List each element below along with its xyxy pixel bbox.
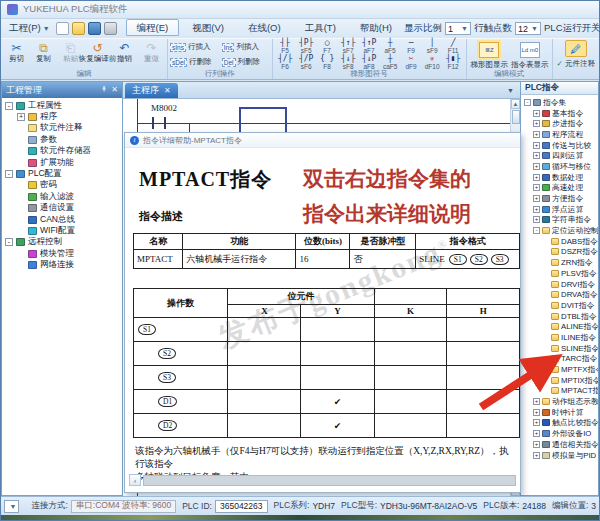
tree-item[interactable]: CAN总线 xyxy=(2,214,122,225)
ribbon-tab[interactable]: 工具(T) xyxy=(294,19,347,36)
tree-item[interactable]: TARC指令 xyxy=(521,354,598,365)
tree-item[interactable]: +程序 xyxy=(2,111,122,122)
expand-icon[interactable]: + xyxy=(533,174,540,181)
tree-item[interactable]: +浮点运算 xyxy=(521,204,598,215)
expand-icon[interactable]: + xyxy=(533,409,540,416)
element-comment-toggle[interactable]: 🖉 ✓ 元件注释 xyxy=(553,39,599,79)
expand-icon[interactable]: + xyxy=(533,163,540,170)
expand-icon[interactable]: + xyxy=(533,452,540,459)
tree-item[interactable]: 模块管理 xyxy=(2,248,122,259)
tree-item[interactable]: +步进指令 xyxy=(521,118,598,129)
expand-icon[interactable]: + xyxy=(17,113,25,121)
expand-icon[interactable]: + xyxy=(533,206,540,213)
expand-icon[interactable]: + xyxy=(533,441,540,448)
tree-item[interactable]: 通信设置 xyxy=(2,203,122,214)
tree-item[interactable]: 软元件存储器 xyxy=(2,146,122,157)
ladder-symbol-button[interactable]: ┤↑PaF7 xyxy=(359,39,380,55)
tree-item[interactable]: +基本指令 xyxy=(521,108,598,119)
tree-item[interactable]: +传送与比较 xyxy=(521,140,598,151)
chevron-down-icon[interactable]: ▼ xyxy=(507,87,514,94)
expand-icon[interactable]: + xyxy=(533,195,540,202)
rowcol-button[interactable]: Ins列插入 xyxy=(222,40,270,55)
scroll-thumb[interactable] xyxy=(512,110,520,124)
copy-button[interactable]: ⧉复制 xyxy=(30,40,57,63)
expand-icon[interactable]: + xyxy=(533,216,540,223)
menu-project[interactable]: 工程(P)▼ xyxy=(5,21,54,36)
collapse-icon[interactable]: - xyxy=(524,99,531,106)
rowcol-button[interactable]: sDel行删除 xyxy=(170,55,218,70)
ribbon-tab[interactable]: 编程(E) xyxy=(126,19,180,36)
pin-icon[interactable]: 🖈 xyxy=(100,86,108,94)
expand-icon[interactable]: + xyxy=(533,110,540,117)
dialog-title-bar[interactable]: i 指令详细帮助-MPTACT指令 xyxy=(125,133,520,148)
open-file-icon[interactable] xyxy=(72,22,85,35)
tree-item[interactable]: WIFI配置 xyxy=(2,225,122,236)
tree-item[interactable]: ILINE指令 xyxy=(521,332,598,343)
expand-icon[interactable]: + xyxy=(533,419,540,426)
tree-item[interactable]: 扩展功能 xyxy=(2,157,122,168)
expand-icon[interactable]: + xyxy=(533,398,540,405)
tree-item[interactable]: +时钟计算 xyxy=(521,407,598,418)
tree-item[interactable]: 网络连接 xyxy=(2,259,122,270)
scroll-up-icon[interactable]: ▲ xyxy=(511,99,520,109)
tree-item[interactable]: +循环与移位 xyxy=(521,161,598,172)
tree-item[interactable]: +触点比较指令 xyxy=(521,418,598,429)
tree-item[interactable]: 输入滤波 xyxy=(2,191,122,202)
ribbon-tab[interactable]: 帮助(H) xyxy=(349,19,403,36)
print-icon[interactable] xyxy=(104,22,117,35)
plc-run-switch[interactable]: PLC运行开关 xyxy=(544,22,600,35)
collapse-icon[interactable]: - xyxy=(5,170,13,178)
tree-item[interactable]: +字符串指令 xyxy=(521,215,598,226)
tree-item[interactable]: MPTACT指令 xyxy=(521,386,598,397)
tree-item[interactable]: PLSV指令 xyxy=(521,268,598,279)
horizontal-scrollbar[interactable]: ‹ xyxy=(129,474,516,486)
collapse-icon[interactable]: - xyxy=(533,227,540,234)
save-file-icon[interactable] xyxy=(88,22,101,35)
tree-item[interactable]: +程序流程 xyxy=(521,129,598,140)
rowcol-button[interactable]: Del列删除 xyxy=(222,55,270,70)
tree-item[interactable]: +通信相关指令 xyxy=(521,439,598,450)
paste-button[interactable]: ⎗粘贴 xyxy=(57,40,84,63)
expand-icon[interactable]: + xyxy=(533,131,540,138)
tree-item[interactable]: +高速处理 xyxy=(521,183,598,194)
tree-item[interactable]: DABS指令 xyxy=(521,236,598,247)
tree-item[interactable]: 参数 xyxy=(2,134,122,145)
tree-item[interactable]: +动作组态示教 xyxy=(521,396,598,407)
ladder-symbol-button[interactable]: ╱F11 xyxy=(443,39,464,55)
tree-item[interactable]: 密码 xyxy=(2,180,122,191)
tree-item[interactable]: DVIT指令 xyxy=(521,300,598,311)
redo-button[interactable]: ↷重做 xyxy=(138,40,165,63)
tree-item[interactable]: MPTIX指令 xyxy=(521,375,598,386)
tree-item[interactable]: ALINE指令 xyxy=(521,321,598,332)
contact-count-combo[interactable]: 12▼ xyxy=(515,22,541,35)
tree-item[interactable]: +模拟量与PID xyxy=(521,450,598,461)
expand-icon[interactable]: + xyxy=(533,152,540,159)
ladder-view-button[interactable]: ≣Z 梯形图显示 xyxy=(471,41,509,70)
tree-item[interactable]: -工程属性 xyxy=(2,100,122,111)
new-file-icon[interactable] xyxy=(56,22,69,35)
tree-item[interactable]: ZRN指令 xyxy=(521,257,598,268)
expand-icon[interactable]: + xyxy=(533,184,540,191)
expand-icon[interactable]: + xyxy=(533,120,540,127)
tree-item[interactable]: +外部设备IO xyxy=(521,428,598,439)
scroll-track[interactable] xyxy=(143,475,516,486)
tree-item[interactable]: -远程控制 xyxy=(2,237,122,248)
collapse-icon[interactable]: - xyxy=(5,102,13,110)
ribbon-tab[interactable]: 视图(V) xyxy=(181,19,235,36)
status-combo[interactable]: ▼ xyxy=(4,500,19,513)
ladder-symbol-button[interactable]: ┼aF5 xyxy=(380,39,401,55)
ladder-symbol-button[interactable]: ─F9 xyxy=(401,39,422,55)
expand-icon[interactable]: + xyxy=(533,142,540,149)
ladder-symbol-button[interactable]: ┤↑├sF7 xyxy=(338,39,359,55)
rowcol-button[interactable]: sIns行插入 xyxy=(170,40,218,55)
expand-icon[interactable]: + xyxy=(533,430,540,437)
tree-item[interactable]: MPTFX指令 xyxy=(521,364,598,375)
display-ratio-combo[interactable]: 1▼ xyxy=(445,22,471,35)
tree-item[interactable]: 软元件注释 xyxy=(2,123,122,134)
close-tab-icon[interactable]: ✕ xyxy=(164,86,171,95)
tree-item[interactable]: -定位运动控制 xyxy=(521,225,598,236)
ladder-symbol-button[interactable]: │sF9 xyxy=(422,39,443,55)
tree-item[interactable]: +方便指令 xyxy=(521,193,598,204)
tree-item[interactable]: -指令集 xyxy=(521,97,598,108)
ribbon-tab[interactable]: 在线(O) xyxy=(237,19,292,36)
